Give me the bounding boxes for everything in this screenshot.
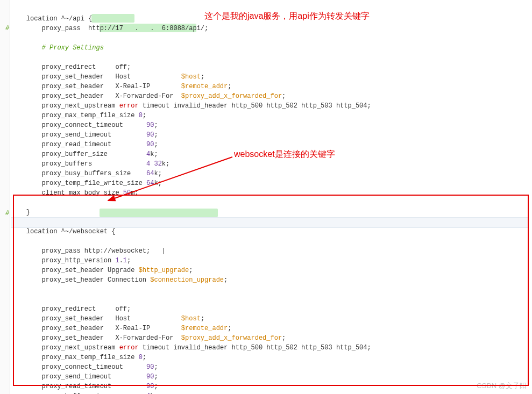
b1-bufs-n1: 4 [146,160,150,168]
proxy-pass-api-b: :8088/api/; [166,25,208,32]
b1-next-a: proxy_next_upstream [11,102,119,110]
b1-maxtemp-n: 0 [139,112,143,119]
b1-readto-a: proxy_read_timeout [11,141,146,148]
b1-sendto-n: 90 [146,131,154,139]
b1-bufs-n2: 32 [154,160,161,168]
annotation-api: 这个是我的java服务，用api作为转发关键字 [204,10,370,23]
b1-tempw-a: proxy_temp_file_write_size [11,180,146,187]
b1-host-v: $host [181,73,201,81]
hash-1: # [5,24,9,33]
b1-next-b: timeout invalid_header http_500 http_502… [139,102,371,110]
highlight-box-websocket [13,195,529,386]
b1-maxtemp-a: proxy_max_temp_file_size [11,112,139,119]
b1-next-err: error [119,102,139,110]
location-api: location ^~/api { [26,15,92,23]
proxy-pass-blur: . . 6 [123,25,166,32]
b1-fwd-v: $proxy_add_x_forwarded_for [181,92,282,100]
b1-busy-a: proxy_busy_buffers_size [11,170,146,177]
b1-host-a: proxy_set_header Host [11,73,181,81]
b1-connto-n: 90 [146,121,154,129]
annotation-websocket: websocket是连接的关键字 [234,148,335,161]
b1-redirect: proxy_redirect off; [11,63,131,71]
line-gutter [0,0,10,394]
b1-realip-v: $remote_addr [181,83,228,90]
proxy-settings-comment: # Proxy Settings [11,44,104,52]
b1-fwd-a: proxy_set_header X-Forwarded-For [11,92,181,100]
b1-tempw-n: 64 [146,180,154,187]
b1-realip-a: proxy_set_header X-Real-IP [11,83,181,90]
hash-2: # [5,209,9,218]
b1-bufs-a: proxy_buffers [11,160,146,168]
proxy-pass-api-a: proxy_pass http://17 [11,25,123,32]
b1-bufsz-b: k; [150,151,158,158]
b1-sendto-a: proxy_send_timeout [11,131,146,139]
b1-connto-a: proxy_connect_timeout [11,121,146,129]
b1-bufsz-a: proxy_buffer_size [11,151,146,158]
b1-readto-n: 90 [146,141,154,148]
b1-busy-n: 64 [146,170,154,177]
